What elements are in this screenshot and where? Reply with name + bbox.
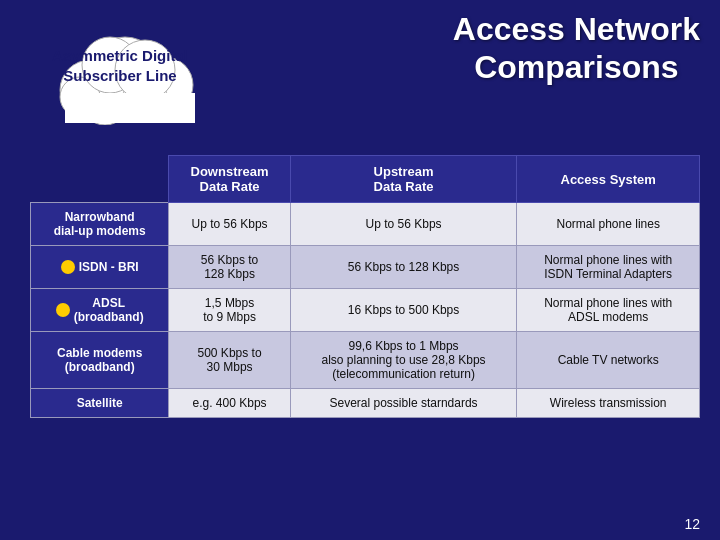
table-row: Narrowbanddial-up modemsUp to 56 KbpsUp … xyxy=(31,203,700,246)
row-access: Normal phone lines withADSL modems xyxy=(517,289,700,332)
table-row: ADSL(broadband)1,5 Mbpsto 9 Mbps16 Kbps … xyxy=(31,289,700,332)
cloud-shape: Asymmetric Digital Subscriber Line xyxy=(30,15,210,115)
cloud-text: Asymmetric Digital Subscriber Line xyxy=(45,46,195,85)
row-upstream: Several possible starndards xyxy=(290,389,517,418)
title-line1: Access Network xyxy=(453,11,700,47)
title-line2: Comparisons xyxy=(474,49,678,85)
table-container: DownstreamData Rate UpstreamData Rate Ac… xyxy=(30,155,700,500)
row-downstream: e.g. 400 Kbps xyxy=(169,389,290,418)
col-header-access: Access System xyxy=(517,156,700,203)
row-downstream: Up to 56 Kbps xyxy=(169,203,290,246)
row-label: Satellite xyxy=(31,389,169,418)
table-row: ISDN - BRI56 Kbps to128 Kbps56 Kbps to 1… xyxy=(31,246,700,289)
row-upstream: 56 Kbps to 128 Kbps xyxy=(290,246,517,289)
row-downstream: 1,5 Mbpsto 9 Mbps xyxy=(169,289,290,332)
table-row: Satellitee.g. 400 KbpsSeveral possible s… xyxy=(31,389,700,418)
col-header-upstream: UpstreamData Rate xyxy=(290,156,517,203)
row-upstream: 99,6 Kbps to 1 Mbpsalso planning to use … xyxy=(290,332,517,389)
row-access: Wireless transmission xyxy=(517,389,700,418)
row-downstream: 56 Kbps to128 Kbps xyxy=(169,246,290,289)
row-access: Normal phone lines xyxy=(517,203,700,246)
row-access: Cable TV networks xyxy=(517,332,700,389)
row-label: Narrowbanddial-up modems xyxy=(31,203,169,246)
row-icon xyxy=(56,303,70,317)
row-downstream: 500 Kbps to30 Mbps xyxy=(169,332,290,389)
row-label: ADSL(broadband) xyxy=(31,289,169,332)
col-header-downstream: DownstreamData Rate xyxy=(169,156,290,203)
row-icon xyxy=(61,260,75,274)
row-label: Cable modems(broadband) xyxy=(31,332,169,389)
svg-rect-8 xyxy=(65,93,195,123)
row-access: Normal phone lines withISDN Terminal Ada… xyxy=(517,246,700,289)
table-header-row: DownstreamData Rate UpstreamData Rate Ac… xyxy=(31,156,700,203)
row-upstream: Up to 56 Kbps xyxy=(290,203,517,246)
col-header-empty xyxy=(31,156,169,203)
cloud-container: Asymmetric Digital Subscriber Line xyxy=(30,15,230,135)
row-label: ISDN - BRI xyxy=(31,246,169,289)
page-number: 12 xyxy=(684,516,700,532)
slide-title: Access Network Comparisons xyxy=(453,10,700,87)
slide: Access Network Comparisons Asymmetric Di… xyxy=(0,0,720,540)
comparison-table: DownstreamData Rate UpstreamData Rate Ac… xyxy=(30,155,700,418)
row-upstream: 16 Kbps to 500 Kbps xyxy=(290,289,517,332)
table-row: Cable modems(broadband)500 Kbps to30 Mbp… xyxy=(31,332,700,389)
